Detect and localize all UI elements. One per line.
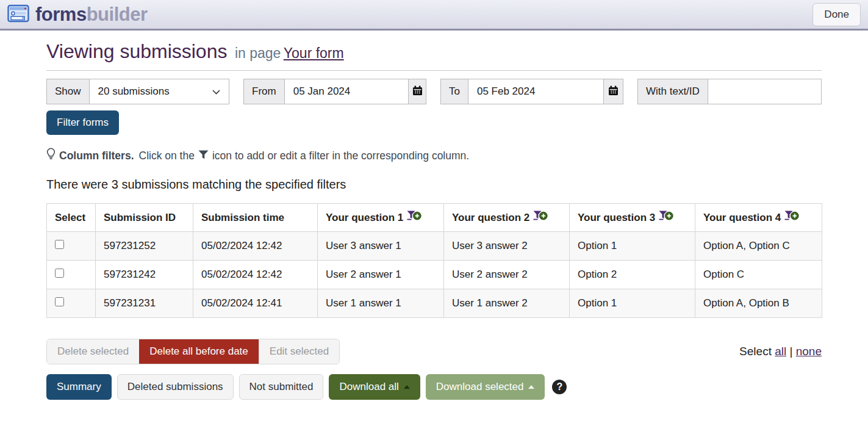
not-submitted-button[interactable]: Not submitted	[239, 374, 324, 400]
column-header-select: Select	[47, 204, 96, 232]
delete-all-before-date-button[interactable]: Delete all before date	[139, 339, 259, 364]
cell-submission-time: 05/02/2024 12:41	[193, 289, 318, 318]
row-checkbox[interactable]	[55, 240, 64, 249]
to-date-group: To	[440, 79, 623, 104]
caret-up-icon	[404, 385, 410, 389]
tip-text-before: Click on the	[139, 150, 195, 162]
from-calendar-button[interactable]	[408, 79, 426, 104]
cell-answer-4: Option C	[695, 261, 822, 289]
done-button[interactable]: Done	[812, 3, 861, 26]
to-date-input[interactable]	[468, 79, 603, 104]
tip-text-after: icon to add or edit a filter in the corr…	[212, 150, 469, 162]
table-row: 597231252 05/02/2024 12:42 User 3 answer…	[47, 232, 822, 261]
edit-selected-button[interactable]: Edit selected	[259, 339, 339, 364]
page-title: Viewing submissions	[46, 40, 227, 62]
to-label: To	[441, 79, 468, 104]
table-row: 597231231 05/02/2024 12:41 User 1 answer…	[47, 289, 822, 318]
table-row: 597231242 05/02/2024 12:42 User 2 answer…	[47, 261, 822, 289]
row-checkbox[interactable]	[55, 297, 64, 306]
column-header-question-3: Your question 3	[570, 204, 695, 232]
funnel-icon	[198, 150, 209, 162]
column-header-submission-id: Submission ID	[96, 204, 193, 232]
calendar-icon	[412, 85, 423, 98]
filter-forms-button[interactable]: Filter forms	[46, 110, 119, 135]
calendar-icon	[608, 85, 619, 98]
cell-answer-4: Option A, Option B	[695, 289, 822, 318]
brand-bold: forms	[35, 4, 87, 25]
show-group: Show 20 submissions	[46, 79, 229, 104]
cell-answer-3: Option 1	[570, 232, 695, 261]
from-label: From	[244, 79, 285, 104]
chevron-down-icon	[212, 85, 220, 98]
column-label: Your question 4	[703, 212, 781, 224]
delete-edit-button-group: Delete selected Delete all before date E…	[46, 339, 340, 364]
column-filters-tip: Column filters. Click on the icon to add…	[46, 148, 822, 164]
cell-answer-1: User 2 answer 1	[318, 261, 444, 289]
to-calendar-button[interactable]	[603, 79, 623, 104]
download-all-label: Download all	[339, 381, 398, 393]
add-filter-icon[interactable]	[659, 211, 673, 225]
formsbuilder-window-icon	[7, 4, 29, 25]
page-title-row: Viewing submissions in page Your form	[46, 40, 822, 71]
column-label: Your question 2	[452, 212, 529, 224]
top-bar: formsbuilder Done	[0, 0, 868, 31]
add-filter-icon[interactable]	[533, 211, 548, 225]
column-header-question-2: Your question 2	[444, 204, 570, 232]
cell-answer-3: Option 2	[570, 261, 695, 289]
filter-row: Show 20 submissions From To	[46, 79, 822, 104]
cell-submission-id: 597231231	[96, 289, 193, 318]
actions-row: Delete selected Delete all before date E…	[46, 339, 822, 364]
delete-selected-button[interactable]: Delete selected	[47, 339, 139, 364]
select-links: Select all | none	[340, 345, 822, 358]
results-summary: There were 3 submissions matching the sp…	[46, 178, 822, 192]
column-header-submission-time: Submission time	[193, 204, 318, 232]
page-title-middle: in page	[235, 45, 281, 61]
show-select[interactable]: 20 submissions	[90, 79, 229, 104]
help-icon[interactable]: ?	[552, 380, 567, 394]
cell-submission-time: 05/02/2024 12:42	[193, 261, 318, 289]
download-selected-button[interactable]: Download selected	[426, 374, 545, 400]
cell-answer-3: Option 1	[570, 289, 695, 318]
from-date-input[interactable]	[285, 79, 409, 104]
column-header-question-1: Your question 1	[318, 204, 444, 232]
deleted-submissions-button[interactable]: Deleted submissions	[117, 374, 234, 400]
from-date-group: From	[243, 79, 426, 104]
cell-answer-2: User 2 answer 2	[444, 261, 570, 289]
caret-up-icon	[528, 385, 534, 389]
summary-button[interactable]: Summary	[46, 374, 112, 400]
cell-answer-1: User 1 answer 1	[318, 289, 444, 318]
text-filter-input[interactable]	[708, 79, 821, 104]
cell-submission-time: 05/02/2024 12:42	[193, 232, 318, 261]
cell-submission-id: 597231252	[96, 232, 193, 261]
tip-bold-text: Column filters.	[59, 150, 134, 162]
text-filter-group: With text/ID	[637, 79, 822, 104]
brand-light: builder	[87, 4, 148, 25]
footer-buttons-row: Summary Deleted submissions Not submitte…	[46, 374, 822, 400]
show-label: Show	[47, 79, 90, 104]
cell-answer-2: User 1 answer 2	[444, 289, 570, 318]
column-header-question-4: Your question 4	[695, 204, 822, 232]
select-none-link[interactable]: none	[796, 345, 822, 358]
text-filter-label: With text/ID	[638, 79, 708, 104]
add-filter-icon[interactable]	[784, 211, 799, 225]
row-checkbox[interactable]	[55, 269, 64, 278]
your-form-link[interactable]: Your form	[284, 45, 344, 61]
select-label: Select	[739, 345, 772, 358]
cell-answer-4: Option A, Option C	[695, 232, 822, 261]
select-all-link[interactable]: all	[775, 345, 786, 358]
app-title: formsbuilder	[35, 4, 147, 26]
download-selected-label: Download selected	[436, 381, 524, 393]
lightbulb-icon	[46, 148, 56, 164]
table-header-row: Select Submission ID Submission time You…	[47, 204, 822, 232]
show-select-value: 20 submissions	[98, 85, 170, 98]
app-logo: formsbuilder	[7, 4, 147, 26]
download-all-button[interactable]: Download all	[329, 374, 420, 400]
select-separator: |	[790, 345, 793, 358]
cell-answer-2: User 3 answer 2	[444, 232, 570, 261]
add-filter-icon[interactable]	[407, 211, 421, 225]
column-label: Your question 1	[326, 212, 403, 224]
cell-answer-1: User 3 answer 1	[318, 232, 444, 261]
column-label: Your question 3	[578, 212, 655, 224]
cell-submission-id: 597231242	[96, 261, 193, 289]
submissions-table: Select Submission ID Submission time You…	[46, 203, 822, 318]
